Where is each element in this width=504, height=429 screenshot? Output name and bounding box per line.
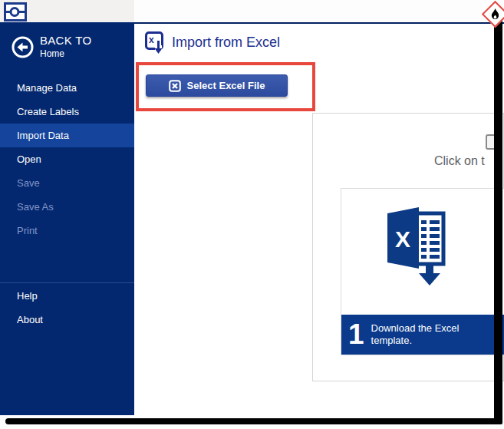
sidebar-footer-nav: HelpAbout <box>0 284 134 332</box>
sidebar-item-manage-data[interactable]: Manage Data <box>0 76 134 100</box>
sidebar: BACK TO Home Manage DataCreate LabelsImp… <box>0 22 134 415</box>
import-from-excel-icon: x <box>145 31 166 55</box>
excel-x-icon <box>169 80 181 92</box>
sidebar-item-save: Save <box>0 171 134 195</box>
back-home-label: Home <box>40 49 91 59</box>
main-content: x Import from Excel Select Excel File Cl… <box>134 22 504 417</box>
step-caption: Download the Excel template. <box>371 322 486 346</box>
page-title: Import from Excel <box>172 35 280 51</box>
app-window: BACK TO Home Manage DataCreate LabelsImp… <box>0 0 504 429</box>
window-shadow-right <box>494 6 502 424</box>
sidebar-divider <box>0 282 134 283</box>
import-steps-panel: Click on t X <box>312 113 504 381</box>
sidebar-item-print: Print <box>0 219 134 243</box>
sidebar-item-help[interactable]: Help <box>0 284 134 308</box>
step-1-bar: 1 Download the Excel template. <box>341 315 504 355</box>
back-to-home[interactable]: BACK TO Home <box>0 22 134 64</box>
sidebar-item-create-labels[interactable]: Create Labels <box>0 100 134 124</box>
select-excel-file-button[interactable]: Select Excel File <box>146 74 288 97</box>
excel-download-icon: X <box>385 207 448 290</box>
sidebar-item-save-as: Save As <box>0 195 134 219</box>
instruction-text-partial: Click on t <box>434 154 485 168</box>
sidebar-nav: Manage DataCreate LabelsImport DataOpenS… <box>0 76 134 243</box>
sidebar-item-open[interactable]: Open <box>0 147 134 171</box>
snip-tool-icon[interactable] <box>4 2 27 21</box>
step-1-card[interactable]: X 1 Download the Excel template. <box>341 188 504 355</box>
sidebar-item-about[interactable]: About <box>0 308 134 332</box>
svg-text:X: X <box>395 226 410 252</box>
svg-text:x: x <box>149 35 154 45</box>
step-number: 1 <box>348 320 364 348</box>
back-to-label: BACK TO <box>40 35 91 48</box>
window-shadow-bottom <box>5 418 502 424</box>
back-arrow-icon <box>12 36 34 58</box>
sidebar-item-import-data[interactable]: Import Data <box>0 124 134 147</box>
select-excel-file-label: Select Excel File <box>187 80 265 91</box>
